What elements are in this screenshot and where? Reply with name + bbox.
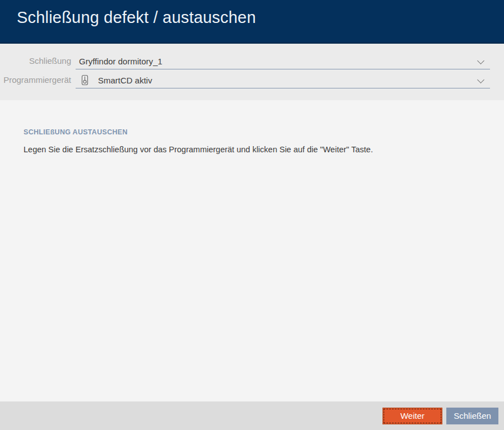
form-row-lock: Schließung Gryffindor dormitory_1 <box>0 54 504 69</box>
page-title: Schließung defekt / austauschen <box>0 0 504 27</box>
lock-select-value: Gryffindor dormitory_1 <box>79 57 162 66</box>
programmer-select-value: SmartCD aktiv <box>98 76 152 85</box>
next-button[interactable]: Weiter <box>382 408 442 424</box>
lock-select[interactable]: Gryffindor dormitory_1 <box>76 54 490 69</box>
form-area: Schließung Gryffindor dormitory_1 Progra… <box>0 44 504 100</box>
lock-field-label: Schließung <box>0 56 71 66</box>
section-title: SCHLIEßUNG AUSTAUSCHEN <box>24 128 128 136</box>
instruction-text: Legen Sie die Ersatzschließung vor das P… <box>24 145 373 154</box>
close-button[interactable]: Schließen <box>446 408 498 424</box>
chevron-down-icon[interactable] <box>477 76 484 83</box>
programmer-device-icon <box>81 74 88 86</box>
programmer-field-label: Programmiergerät <box>0 75 71 85</box>
dialog-footer: Weiter Schließen <box>0 401 504 430</box>
wizard-content: SCHLIEßUNG AUSTAUSCHEN Legen Sie die Ers… <box>0 100 504 401</box>
dialog-header: Schließung defekt / austauschen <box>0 0 504 44</box>
chevron-down-icon[interactable] <box>477 57 484 64</box>
programmer-select[interactable]: SmartCD aktiv <box>76 73 490 88</box>
form-row-programmer: Programmiergerät SmartCD aktiv <box>0 73 504 88</box>
lock-replace-dialog: Schließung defekt / austauschen Schließu… <box>0 0 504 430</box>
